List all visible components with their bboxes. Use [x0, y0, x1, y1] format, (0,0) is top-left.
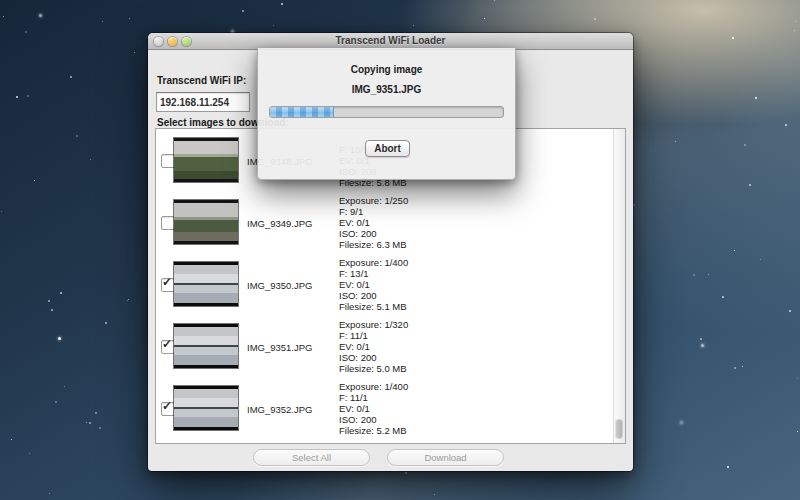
window-title: Transcend WiFi Loader [148, 35, 633, 46]
star [1, 211, 2, 212]
star [99, 427, 101, 429]
star [49, 493, 50, 494]
exif-info: Exposure: 1/400F: 13/1EV: 0/1ISO: 200Fil… [339, 257, 408, 312]
exif-line: Filesize: 6.3 MB [339, 239, 408, 250]
progress-fill [270, 107, 334, 117]
star [594, 18, 596, 20]
star [700, 338, 702, 340]
image-thumbnail [174, 324, 238, 368]
image-row: ✓IMG_9350.JPGExposure: 1/400F: 13/1EV: 0… [156, 253, 625, 315]
star [693, 274, 695, 276]
image-filename: IMG_9350.JPG [247, 280, 312, 291]
star [86, 422, 87, 423]
star [273, 25, 274, 26]
checkmark-icon: ✓ [162, 276, 172, 288]
image-row: ✓IMG_9352.JPGExposure: 1/400F: 11/1EV: 0… [156, 377, 625, 439]
star [48, 300, 50, 302]
star [128, 299, 129, 300]
checkmark-icon: ✓ [162, 338, 172, 350]
desktop-wallpaper: Transcend WiFi Loader Transcend WiFi IP:… [0, 0, 800, 500]
star [494, 0, 495, 1]
star [70, 76, 72, 78]
image-checkbox[interactable]: ✓ [161, 340, 175, 354]
image-row: ✓IMG_9351.JPGExposure: 1/320F: 11/1EV: 0… [156, 315, 625, 377]
star [11, 439, 12, 440]
exif-line: ISO: 200 [339, 414, 408, 425]
star [785, 124, 787, 126]
star [55, 401, 57, 403]
exif-info: Exposure: 1/400F: 11/1EV: 0/1ISO: 200Fil… [339, 381, 408, 436]
exif-line: Exposure: 1/400 [339, 257, 408, 268]
exif-line: EV: 0/1 [339, 341, 408, 352]
exif-line: ISO: 200 [339, 228, 408, 239]
exif-line: F: 11/1 [339, 392, 408, 403]
exif-line: Filesize: 5.2 MB [339, 425, 408, 436]
star [744, 144, 746, 146]
star [413, 25, 414, 26]
star [76, 135, 78, 137]
star [701, 344, 704, 347]
star [127, 300, 128, 301]
image-checkbox[interactable]: ✓ [161, 402, 175, 416]
star [797, 431, 798, 432]
star [34, 180, 35, 181]
image-checkbox[interactable] [161, 154, 175, 168]
download-button[interactable]: Download [387, 449, 504, 466]
star [129, 18, 130, 19]
star [484, 18, 485, 19]
exif-line: EV: 0/1 [339, 217, 408, 228]
star [722, 296, 724, 298]
star [734, 250, 735, 251]
star [795, 21, 796, 22]
star [16, 96, 18, 98]
star [3, 16, 4, 17]
scrollbar[interactable] [613, 129, 625, 443]
image-filename: IMG_9352.JPG [247, 404, 312, 415]
exif-info: Exposure: 1/250F: 9/1EV: 0/1ISO: 200File… [339, 195, 408, 250]
star [789, 310, 791, 312]
select-all-button[interactable]: Select All [253, 449, 370, 466]
progress-bar [269, 106, 504, 118]
exif-line: Exposure: 1/400 [339, 381, 408, 392]
image-filename: IMG_9349.JPG [247, 218, 312, 229]
exif-line: Filesize: 5.1 MB [339, 301, 408, 312]
image-thumbnail [174, 138, 238, 182]
star [708, 274, 709, 275]
image-checkbox[interactable]: ✓ [161, 278, 175, 292]
star [675, 141, 676, 142]
star [749, 184, 751, 186]
checkmark-icon: ✓ [162, 400, 172, 412]
star [732, 37, 734, 39]
star [797, 378, 798, 379]
star [680, 421, 683, 424]
exif-line: EV: 0/1 [339, 279, 408, 290]
dialog-title: Copying image [258, 64, 515, 75]
star [242, 10, 244, 12]
scrollbar-thumb[interactable] [615, 419, 623, 439]
image-checkbox[interactable] [161, 216, 175, 230]
star [760, 259, 761, 260]
star [134, 52, 135, 53]
star [58, 337, 61, 340]
star [25, 31, 27, 33]
star [102, 21, 103, 22]
image-thumbnail [174, 386, 238, 430]
exif-line: F: 13/1 [339, 268, 408, 279]
star [105, 322, 107, 324]
exif-line: Exposure: 1/250 [339, 195, 408, 206]
dialog-filename: IMG_9351.JPG [258, 84, 515, 95]
abort-button[interactable]: Abort [365, 140, 410, 157]
star [734, 367, 736, 369]
star [95, 412, 97, 414]
exif-line: F: 9/1 [339, 206, 408, 217]
exif-info: Exposure: 1/320F: 11/1EV: 0/1ISO: 200Fil… [339, 319, 408, 374]
ip-label: Transcend WiFi IP: [157, 75, 246, 86]
exif-line: Filesize: 5.0 MB [339, 363, 408, 374]
image-thumbnail [174, 200, 238, 244]
star [794, 30, 795, 31]
star [434, 494, 435, 495]
image-thumbnail [174, 262, 238, 306]
ip-input[interactable] [156, 92, 250, 112]
star [27, 95, 29, 97]
star [405, 472, 407, 474]
